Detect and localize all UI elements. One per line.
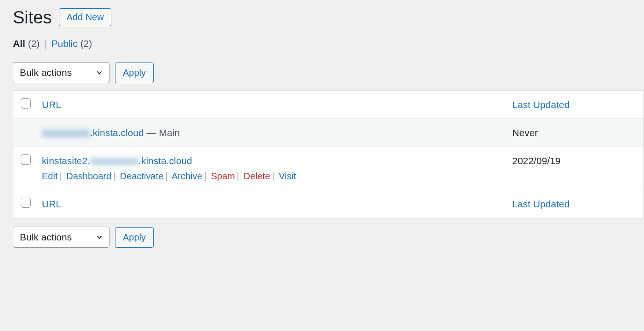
add-new-button[interactable]: Add New: [59, 8, 111, 26]
chevron-down-icon: [95, 233, 104, 241]
row-action-spam[interactable]: Spam: [211, 171, 235, 181]
filter-public[interactable]: Public (2): [52, 38, 92, 49]
site-url-link[interactable]: kinstasite2.xxxxxxxxxx.kinsta.cloud: [42, 155, 192, 166]
column-header-url[interactable]: URL: [35, 91, 506, 119]
select-all-checkbox-bottom[interactable]: [21, 198, 31, 208]
filter-all[interactable]: All (2): [13, 38, 40, 49]
table-row: kinstasite2.xxxxxxxxxx.kinsta.cloud Edit…: [13, 147, 644, 190]
row-action-edit[interactable]: Edit: [42, 171, 58, 181]
filter-separator: |: [42, 38, 48, 49]
row-checkbox-cell: [13, 119, 36, 147]
row-url-cell: xxxxxxxxxx.kinsta.cloud — Main: [35, 119, 506, 147]
page-header: Sites Add New: [13, 8, 644, 26]
column-header-updated[interactable]: Last Updated: [506, 91, 644, 119]
tablenav-top: Bulk actions Apply: [13, 62, 644, 83]
filter-links: All (2) | Public (2): [13, 38, 644, 49]
main-site-badge: — Main: [144, 127, 180, 138]
tablenav-bottom: Bulk actions Apply: [13, 227, 644, 248]
bulk-actions-label: Bulk actions: [20, 67, 72, 78]
chevron-down-icon: [95, 68, 104, 77]
select-all-footer: [13, 190, 36, 218]
select-all-header: [13, 91, 36, 119]
redacted-text: xxxxxxxxxx: [90, 155, 138, 166]
apply-button-top[interactable]: Apply: [115, 63, 154, 83]
site-url-link[interactable]: xxxxxxxxxx.kinsta.cloud: [42, 127, 144, 138]
row-updated-cell: Never: [506, 119, 644, 147]
row-action-deactivate[interactable]: Deactivate: [120, 171, 164, 181]
column-footer-updated[interactable]: Last Updated: [506, 190, 644, 218]
row-action-delete[interactable]: Delete: [243, 171, 270, 181]
sites-table: URL Last Updated xxxxxxxxxx.kinsta.cloud…: [13, 91, 644, 218]
redacted-text: xxxxxxxxxx: [42, 127, 90, 138]
page-title: Sites: [13, 9, 52, 26]
apply-button-bottom[interactable]: Apply: [115, 227, 154, 248]
bulk-actions-select[interactable]: Bulk actions: [13, 62, 109, 83]
row-action-visit[interactable]: Visit: [279, 171, 296, 181]
column-footer-url[interactable]: URL: [35, 190, 506, 218]
sites-admin-page: Sites Add New All (2) | Public (2) Bulk …: [0, 0, 644, 254]
select-all-checkbox-top[interactable]: [21, 98, 31, 108]
row-updated-cell: 2022/09/19: [506, 147, 644, 190]
bulk-actions-select-bottom[interactable]: Bulk actions: [13, 227, 109, 248]
table-row: xxxxxxxxxx.kinsta.cloud — Main Never: [13, 119, 644, 147]
row-checkbox[interactable]: [21, 154, 31, 165]
row-actions: Edit| Dashboard| Deactivate| Archive| Sp…: [42, 171, 500, 182]
row-url-cell: kinstasite2.xxxxxxxxxx.kinsta.cloud Edit…: [35, 147, 506, 190]
bulk-actions-label: Bulk actions: [20, 232, 72, 243]
row-action-dashboard[interactable]: Dashboard: [66, 171, 111, 181]
row-checkbox-cell: [13, 147, 36, 190]
row-action-archive[interactable]: Archive: [172, 171, 202, 181]
